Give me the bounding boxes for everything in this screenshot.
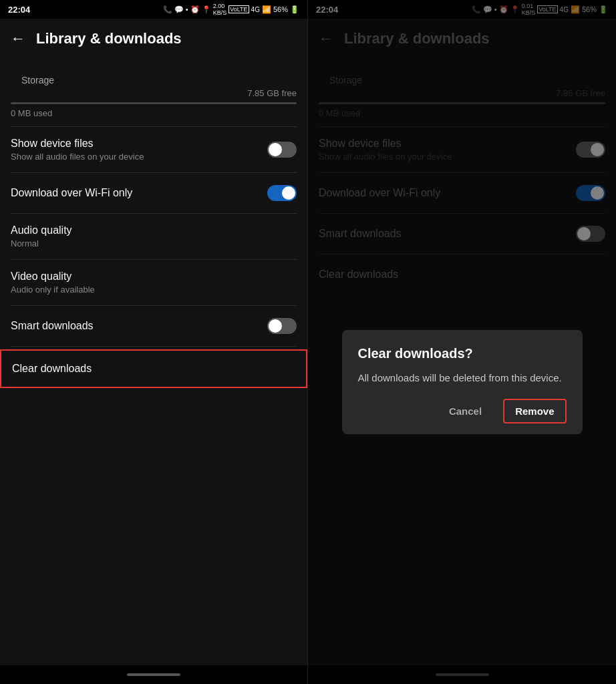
data-speed-icon: 2.00KB/S <box>213 3 227 16</box>
dialog-remove-button[interactable]: Remove <box>503 399 566 423</box>
left-phone-panel: 22:04 📞 💬 • ⏰ 📍 2.00KB/S VoLTE 4G 📶 56% … <box>0 0 308 684</box>
audio-quality-text-left: Audio quality Normal <box>11 224 297 248</box>
smart-downloads-text-left: Smart downloads <box>11 320 267 332</box>
audio-quality-subtitle-left: Normal <box>11 238 297 248</box>
storage-label-left: Storage <box>11 64 297 88</box>
video-quality-text-left: Video quality Audio only if available <box>11 271 297 295</box>
toggle-knob-smart-left <box>269 319 282 333</box>
whatsapp-icon: 💬 <box>174 5 184 14</box>
download-wifi-title-left: Download over Wi-Fi only <box>11 187 267 199</box>
clock-icon: ⏰ <box>190 5 200 14</box>
settings-content-left: Storage 7.85 GB free 0 MB used Show devi… <box>0 59 307 665</box>
show-device-files-subtitle-left: Show all audio files on your device <box>11 152 267 162</box>
clear-downloads-label-left: Clear downloads <box>12 363 92 374</box>
clear-downloads-dialog: Clear downloads? All downloads will be d… <box>342 330 583 435</box>
download-wifi-text-left: Download over Wi-Fi only <box>11 187 267 199</box>
status-bar-left: 22:04 📞 💬 • ⏰ 📍 2.00KB/S VoLTE 4G 📶 56% … <box>0 0 307 19</box>
download-wifi-row-left[interactable]: Download over Wi-Fi only <box>0 173 307 213</box>
show-device-files-toggle-left[interactable] <box>267 142 297 158</box>
battery-icon: 56% 🔋 <box>273 5 299 14</box>
dot-icon: • <box>186 5 188 13</box>
right-phone-panel: 22:04 📞 💬 • ⏰ 📍 0.01KB/S VoLTE 4G 📶 56% … <box>308 0 616 684</box>
nav-indicator-left <box>127 673 180 676</box>
dialog-buttons: Cancel Remove <box>358 399 567 423</box>
divider-6-left <box>11 346 297 347</box>
download-wifi-toggle-left[interactable] <box>267 185 297 201</box>
storage-bar-left <box>11 102 297 104</box>
show-device-files-title-left: Show device files <box>11 138 267 150</box>
show-device-files-row-left[interactable]: Show device files Show all audio files o… <box>0 127 307 172</box>
video-quality-title-left: Video quality <box>11 271 297 283</box>
location-icon: 📍 <box>202 5 211 14</box>
storage-used-left: 0 MB used <box>11 108 297 118</box>
nav-bar-left <box>0 665 307 684</box>
smart-downloads-title-left: Smart downloads <box>11 320 267 332</box>
storage-free-left: 7.85 GB free <box>11 88 297 98</box>
toggle-knob-left <box>269 143 282 156</box>
audio-quality-title-left: Audio quality <box>11 224 297 236</box>
status-icons-left: 📞 💬 • ⏰ 📍 2.00KB/S VoLTE 4G 📶 56% 🔋 <box>163 3 299 16</box>
dialog-cancel-button[interactable]: Cancel <box>438 399 492 423</box>
dialog-title: Clear downloads? <box>358 346 567 361</box>
video-quality-subtitle-left: Audio only if available <box>11 285 297 295</box>
volte-icon: VoLTE <box>228 5 249 13</box>
dialog-overlay: Clear downloads? All downloads will be d… <box>308 0 616 684</box>
status-time-left: 22:04 <box>8 5 30 15</box>
audio-quality-row-left[interactable]: Audio quality Normal <box>0 214 307 259</box>
4g-icon: 4G <box>251 6 260 13</box>
signal-icon: 📶 <box>262 5 271 14</box>
header-left: ← Library & downloads <box>0 19 307 59</box>
phone-icon: 📞 <box>163 5 172 14</box>
storage-section-left: Storage 7.85 GB free 0 MB used <box>0 59 307 126</box>
video-quality-row-left[interactable]: Video quality Audio only if available <box>0 260 307 305</box>
back-button-left[interactable]: ← <box>11 30 25 47</box>
smart-downloads-toggle-left[interactable] <box>267 318 297 334</box>
smart-downloads-row-left[interactable]: Smart downloads <box>0 306 307 346</box>
toggle-knob-wifi-left <box>282 186 295 200</box>
page-title-left: Library & downloads <box>36 30 182 47</box>
show-device-files-text-left: Show device files Show all audio files o… <box>11 138 267 162</box>
dialog-message: All downloads will be deleted from this … <box>358 371 567 386</box>
clear-downloads-row-left[interactable]: Clear downloads <box>0 349 307 388</box>
